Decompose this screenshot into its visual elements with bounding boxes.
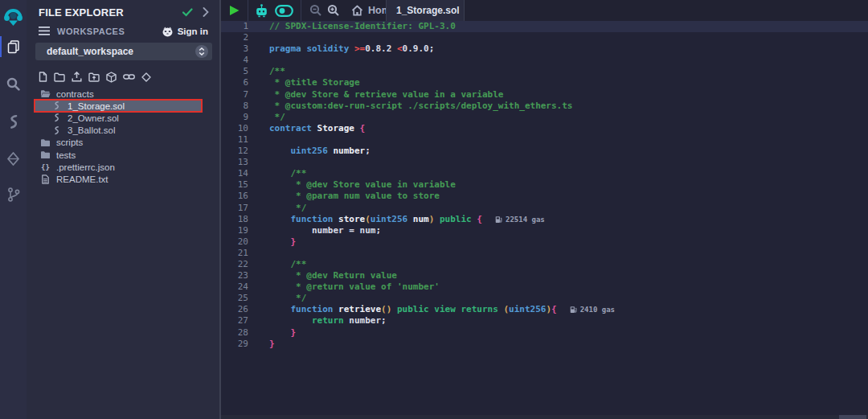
tab-label: 1_Storage.sol: [396, 5, 460, 16]
tree-item-label: README.txt: [56, 175, 108, 184]
tree-item-scripts[interactable]: scripts: [27, 137, 219, 149]
code-editor[interactable]: 1// SPDX-License-Identifier: GPL-3.023pr…: [221, 21, 868, 419]
line-number: 11: [221, 134, 248, 146]
code-line-4[interactable]: 4: [221, 55, 868, 66]
toolbar-divider: [248, 0, 248, 21]
new-folder-icon[interactable]: [54, 72, 65, 82]
line-number: 3: [221, 43, 248, 55]
workspace-dropdown-toggle-icon[interactable]: [195, 45, 208, 58]
code-line-9[interactable]: 9 */: [221, 112, 868, 123]
upload-folder-icon[interactable]: [88, 72, 100, 82]
github-icon: [162, 27, 174, 37]
tree-item-label: .prettierrc.json: [56, 162, 115, 172]
code-line-6[interactable]: 6 * @title Storage: [221, 77, 868, 88]
line-number: 21: [221, 248, 248, 259]
tab-1_Storage.sol[interactable]: 1_Storage.sol: [386, 0, 465, 21]
code-line-2[interactable]: 2: [221, 32, 868, 43]
code-text: */: [269, 293, 306, 304]
panel-title: FILE EXPLORER: [39, 6, 173, 18]
panel-header: FILE EXPLORER: [27, 0, 219, 19]
search-icon[interactable]: [0, 71, 27, 97]
checkmark-icon[interactable]: [182, 8, 193, 17]
sign-in-button[interactable]: Sign in: [162, 27, 208, 37]
code-text: // SPDX-License-Identifier: GPL-3.0: [269, 21, 456, 32]
code-line-17[interactable]: 17 */: [221, 203, 868, 214]
code-line-1[interactable]: 1// SPDX-License-Identifier: GPL-3.0: [221, 21, 868, 32]
gist-icon[interactable]: [141, 72, 151, 82]
sign-in-label: Sign in: [178, 27, 208, 36]
scrollbar-thumb[interactable]: [839, 415, 866, 419]
code-line-28[interactable]: 28 }: [221, 327, 868, 339]
tree-item-label: 1_Storage.sol: [68, 101, 125, 111]
line-number: 25: [221, 293, 248, 304]
ai-copilot-robot-icon[interactable]: [254, 4, 269, 18]
file-actions-toolbar: [27, 60, 219, 83]
solidity-compiler-icon[interactable]: [0, 109, 27, 135]
tree-item-label: scripts: [56, 138, 83, 147]
zoom-out-icon[interactable]: [309, 4, 322, 17]
line-number: 19: [221, 225, 248, 236]
deploy-run-icon[interactable]: [0, 146, 27, 172]
code-line-26[interactable]: 26 function retrieve() public view retur…: [221, 304, 868, 315]
solidity-file-icon: [51, 101, 62, 110]
new-file-icon[interactable]: [39, 72, 47, 82]
tree-item-README.txt[interactable]: README.txt: [27, 173, 219, 185]
code-line-12[interactable]: 12 uint256 number;: [221, 146, 868, 157]
gas-estimate-badge: 22514 gas: [495, 214, 545, 225]
ipfs-box-icon[interactable]: [106, 72, 117, 83]
remix-logo[interactable]: [0, 2, 27, 33]
code-line-24[interactable]: 24 * @return value of 'number': [221, 281, 868, 293]
link-icon[interactable]: [123, 72, 135, 82]
line-number: 17: [221, 203, 248, 214]
code-line-23[interactable]: 23 * @dev Return value: [221, 270, 868, 281]
horizontal-scrollbar[interactable]: [221, 415, 868, 419]
tree-item-1_Storage.sol[interactable]: 1_Storage.sol: [27, 100, 219, 112]
git-icon[interactable]: [0, 181, 27, 207]
code-line-21[interactable]: 21: [221, 248, 868, 259]
code-text: * @return value of 'number': [269, 281, 440, 293]
code-line-7[interactable]: 7 * @dev Store & retrieve value in a var…: [221, 89, 868, 101]
code-line-8[interactable]: 8 * @custom:dev-run-script ./scripts/dep…: [221, 101, 868, 112]
code-line-19[interactable]: 19 number = num;: [221, 225, 868, 236]
code-line-18[interactable]: 18 function store(uint256 num) public {2…: [221, 214, 868, 225]
code-line-13[interactable]: 13: [221, 157, 868, 168]
code-line-14[interactable]: 14 /**: [221, 168, 868, 179]
file-explorer-icon[interactable]: [0, 33, 27, 60]
line-number: 6: [221, 77, 248, 88]
zoom-in-icon[interactable]: [327, 4, 340, 17]
upload-file-icon[interactable]: [72, 72, 82, 82]
tree-item-.prettierrc.json[interactable]: {}.prettierrc.json: [27, 161, 219, 173]
editor-pane: Home 1_Storage.sol 1// SPDX-License-Iden…: [219, 0, 868, 419]
code-line-20[interactable]: 20 }: [221, 236, 868, 248]
code-line-25[interactable]: 25 */: [221, 293, 868, 304]
hamburger-menu-icon[interactable]: [39, 27, 50, 37]
code-line-10[interactable]: 10contract Storage {: [221, 123, 868, 134]
tree-item-contracts[interactable]: contracts: [27, 88, 219, 100]
code-text: */: [269, 112, 285, 123]
workspace-dropdown[interactable]: default_workspace: [35, 43, 212, 60]
code-lines: 1// SPDX-License-Identifier: GPL-3.023pr…: [221, 21, 868, 350]
run-script-button[interactable]: [228, 5, 240, 16]
code-line-27[interactable]: 27 return number;: [221, 315, 868, 327]
line-number: 22: [221, 259, 248, 270]
file-text-icon: [40, 175, 51, 184]
tree-item-2_Owner.sol[interactable]: 2_Owner.sol: [27, 112, 219, 124]
code-text: pragma solidity >=0.8.2 <0.9.0;: [269, 43, 434, 55]
code-line-15[interactable]: 15 * @dev Store value in variable: [221, 179, 868, 191]
code-line-29[interactable]: 29}: [221, 339, 868, 350]
workspaces-row: WORKSPACES Sign in: [27, 19, 219, 37]
line-number: 9: [221, 112, 248, 123]
code-line-3[interactable]: 3pragma solidity >=0.8.2 <0.9.0;: [221, 43, 868, 55]
code-text: }: [269, 236, 296, 248]
tree-item-3_Ballot.sol[interactable]: 3_Ballot.sol: [27, 125, 219, 137]
chevron-right-icon[interactable]: [203, 7, 209, 17]
tree-item-label: tests: [56, 150, 76, 160]
tree-item-tests[interactable]: tests: [27, 149, 219, 161]
code-line-22[interactable]: 22 /**: [221, 259, 868, 270]
code-line-16[interactable]: 16 * @param num value to store: [221, 191, 868, 202]
code-text: * @dev Return value: [269, 270, 397, 281]
code-line-11[interactable]: 11: [221, 134, 868, 146]
copilot-toggle-icon[interactable]: [275, 5, 293, 17]
solidity-file-icon: [51, 113, 62, 122]
code-line-5[interactable]: 5/**: [221, 66, 868, 77]
